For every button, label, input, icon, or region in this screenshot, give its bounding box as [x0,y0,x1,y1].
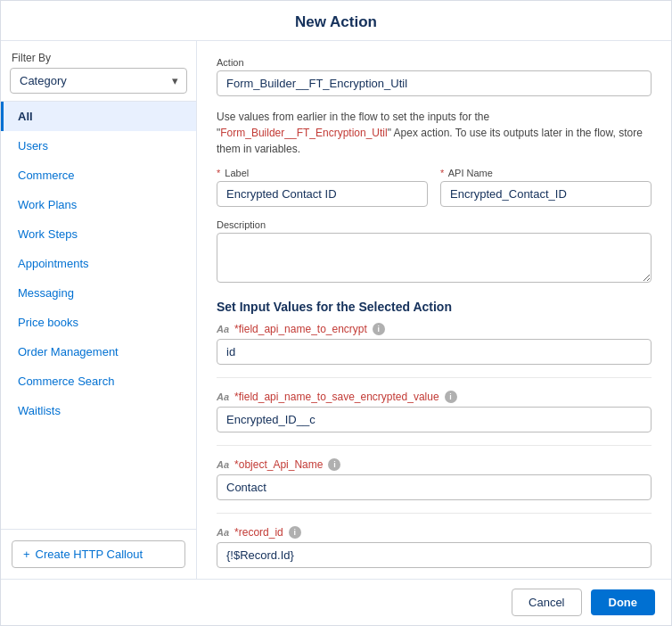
param-group-2: Aa*object_Api_Namei [217,458,652,514]
set-input-values-title: Set Input Values for the Selected Action [217,300,652,314]
sidebar-item-order-management[interactable]: Order Management [1,337,196,367]
param-input-3[interactable] [217,542,652,568]
param-name-0: *field_api_name_to_encrypt [234,323,367,335]
plus-icon: + [23,548,30,561]
api-name-field-group: * API Name [440,168,652,207]
create-http-callout-button[interactable]: + Create HTTP Callout [12,540,185,568]
done-button[interactable]: Done [591,589,656,615]
param-name-1: *field_api_name_to_save_encrypted_value [234,391,439,403]
modal-footer: Cancel Done [1,579,671,625]
param-name-3: *record_id [234,526,283,539]
param-input-0[interactable] [217,339,652,365]
info-icon-0[interactable]: i [373,323,385,335]
new-action-modal: New Action Filter By Category AllUsersCo… [0,0,672,626]
label-field-label-text: Label [225,168,249,178]
label-field-label: * Label [217,168,428,178]
sidebar-item-appointments[interactable]: Appointments [1,249,196,278]
cancel-button[interactable]: Cancel [512,589,581,616]
filter-select-wrapper: Category [10,68,187,94]
param-input-1[interactable] [217,407,652,432]
description-label: Description [217,219,652,230]
params-container: Aa*field_api_name_to_encryptiAa*field_ap… [217,323,652,579]
sidebar-item-price-books[interactable]: Price books [1,308,196,337]
api-name-label-text: API Name [448,168,493,178]
api-name-label: * API Name [440,168,652,178]
filter-by-label: Filter By [1,41,196,68]
create-button-label: Create HTTP Callout [36,548,143,561]
param-group-0: Aa*field_api_name_to_encrypti [217,323,652,378]
action-input[interactable] [217,70,652,96]
param-label-row-3: Aa*record_idi [217,526,652,539]
param-name-2: *object_Api_Name [234,458,323,471]
info-text: Use values from earlier in the flow to s… [217,109,652,157]
label-input[interactable] [217,181,428,207]
label-required-star: * [217,168,220,178]
param-label-row-1: Aa*field_api_name_to_save_encrypted_valu… [217,391,652,403]
param-type-icon-2: Aa [217,459,229,470]
label-apiname-row: * Label * API Name [217,168,652,219]
info-icon-3[interactable]: i [289,526,301,539]
action-field-group: Action [217,57,652,96]
sidebar-item-work-steps[interactable]: Work Steps [1,219,196,249]
modal-title: New Action [1,1,671,41]
description-textarea[interactable] [217,233,652,283]
param-group-1: Aa*field_api_name_to_save_encrypted_valu… [217,391,652,446]
sidebar-item-messaging[interactable]: Messaging [1,278,196,308]
right-panel: Action Use values from earlier in the fl… [197,41,671,579]
api-name-required-star: * [440,168,444,178]
sidebar-item-users[interactable]: Users [1,131,196,161]
modal-title-text: New Action [295,13,377,30]
action-label: Action [217,57,652,68]
description-field-group: Description [217,219,652,285]
label-field-group: * Label [217,168,428,207]
param-type-icon-0: Aa [217,324,229,334]
sidebar-footer: + Create HTTP Callout [1,529,196,579]
sidebar: Filter By Category AllUsersCommerceWork … [1,41,197,579]
info-icon-2[interactable]: i [328,458,340,471]
param-label-row-0: Aa*field_api_name_to_encrypti [217,323,652,335]
sidebar-item-commerce-search[interactable]: Commerce Search [1,367,196,396]
param-type-icon-1: Aa [217,391,229,402]
param-group-3: Aa*record_idi [217,526,652,579]
sidebar-item-waitlists[interactable]: Waitlists [1,396,196,425]
param-input-2[interactable] [217,474,652,500]
modal-body: Filter By Category AllUsersCommerceWork … [1,41,671,579]
sidebar-list: AllUsersCommerceWork PlansWork StepsAppo… [1,101,196,529]
sidebar-item-all[interactable]: All [1,102,196,131]
param-type-icon-3: Aa [217,527,229,538]
sidebar-item-work-plans[interactable]: Work Plans [1,190,196,219]
api-name-input[interactable] [440,181,652,207]
param-label-row-2: Aa*object_Api_Namei [217,458,652,471]
category-filter-select[interactable]: Category [10,68,187,94]
info-apex-name: Form_Builder__FT_Encryption_Util [220,127,387,139]
info-icon-1[interactable]: i [445,391,457,403]
sidebar-item-commerce[interactable]: Commerce [1,161,196,190]
